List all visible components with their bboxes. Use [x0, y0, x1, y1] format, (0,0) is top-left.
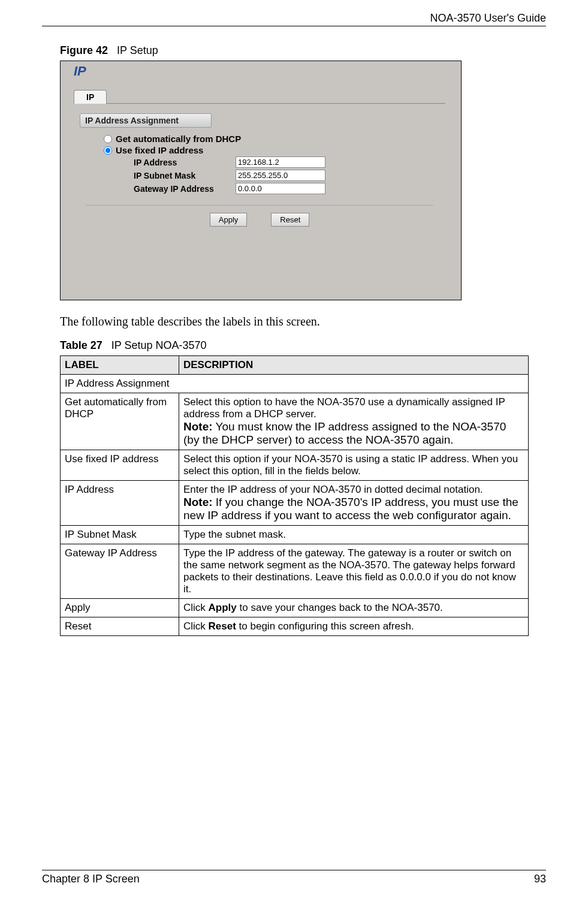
- subnet-mask-label: IP Subnet Mask: [134, 171, 236, 180]
- col-description-header: DESCRIPTION: [179, 356, 529, 375]
- row-label: IP Address: [61, 481, 179, 526]
- table-row: Get automatically from DHCP Select this …: [61, 393, 529, 450]
- radio-fixed-label: Use fixed IP address: [116, 145, 203, 155]
- table-row: Use fixed IP address Select this option …: [61, 450, 529, 481]
- group-ip-address-assignment: IP Address Assignment: [80, 113, 212, 128]
- dhcp-desc-text: Select this option to have the NOA-3570 …: [183, 396, 505, 420]
- reset-button[interactable]: Reset: [271, 213, 309, 227]
- radio-dhcp[interactable]: [104, 135, 112, 143]
- radio-fixed[interactable]: [104, 146, 112, 155]
- intro-paragraph: The following table describes the labels…: [60, 315, 540, 329]
- table-title: IP Setup NOA-3570: [111, 339, 207, 351]
- ip-address-input[interactable]: [236, 156, 325, 168]
- apply-button[interactable]: Apply: [210, 213, 248, 227]
- apply-desc-pre: Click: [183, 602, 209, 613]
- col-label-header: LABEL: [61, 356, 179, 375]
- dhcp-note-text: You must know the IP address assigned to…: [183, 420, 506, 446]
- table-row: Gateway IP Address Type the IP address o…: [61, 544, 529, 599]
- row-desc: Select this option to have the NOA-3570 …: [179, 393, 529, 450]
- apply-desc-post: to save your changes back to the NOA-357…: [237, 602, 443, 613]
- reset-desc-pre: Click: [183, 620, 209, 632]
- tab-ip[interactable]: IP: [74, 90, 107, 104]
- ip-note-text: If you change the NOA-3570's IP address,…: [183, 496, 518, 522]
- row-label: Apply: [61, 599, 179, 617]
- row-desc: Enter the IP address of your NOA-3570 in…: [179, 481, 529, 526]
- ip-address-label: IP Address: [134, 158, 236, 167]
- note-label: Note:: [183, 496, 213, 508]
- row-label: IP Subnet Mask: [61, 526, 179, 544]
- row-label: Gateway IP Address: [61, 544, 179, 599]
- gateway-ip-input[interactable]: [236, 183, 325, 194]
- figure-title: IP Setup: [117, 44, 158, 56]
- section-row: IP Address Assignment: [61, 375, 529, 393]
- footer-chapter: Chapter 8 IP Screen: [42, 873, 140, 885]
- page-header: NOA-3570 User's Guide: [42, 12, 546, 26]
- table-row: IP Address Enter the IP address of your …: [61, 481, 529, 526]
- table-row: Apply Click Apply to save your changes b…: [61, 599, 529, 617]
- note-label: Note:: [183, 420, 213, 433]
- reset-desc-bold: Reset: [209, 620, 236, 632]
- row-label: Use fixed IP address: [61, 450, 179, 481]
- row-desc: Type the IP address of the gateway. The …: [179, 544, 529, 599]
- gateway-ip-label: Gateway IP Address: [134, 184, 236, 194]
- row-desc: Type the subnet mask.: [179, 526, 529, 544]
- footer-page-number: 93: [534, 873, 546, 885]
- row-label: Get automatically from DHCP: [61, 393, 179, 450]
- table-row: Reset Click Reset to begin configuring t…: [61, 617, 529, 636]
- table-row: IP Subnet Mask Type the subnet mask.: [61, 526, 529, 544]
- figure-number: Figure 42: [60, 44, 108, 56]
- ip-desc-text: Enter the IP address of your NOA-3570 in…: [183, 484, 483, 495]
- row-label: Reset: [61, 617, 179, 636]
- row-desc: Click Apply to save your changes back to…: [179, 599, 529, 617]
- apply-desc-bold: Apply: [209, 602, 237, 613]
- divider: [86, 205, 433, 206]
- table-number: Table 27: [60, 339, 102, 351]
- row-desc: Click Reset to begin configuring this sc…: [179, 617, 529, 636]
- page-footer: Chapter 8 IP Screen 93: [42, 870, 546, 885]
- figure-caption: Figure 42 IP Setup: [60, 44, 540, 57]
- description-table: LABEL DESCRIPTION IP Address Assignment …: [60, 355, 529, 636]
- guide-title: NOA-3570 User's Guide: [430, 12, 546, 24]
- subnet-mask-input[interactable]: [236, 170, 325, 181]
- table-caption: Table 27 IP Setup NOA-3570: [60, 339, 540, 352]
- screen-title: IP: [60, 61, 461, 79]
- row-desc: Select this option if your NOA-3570 is u…: [179, 450, 529, 481]
- reset-desc-post: to begin configuring this screen afresh.: [236, 620, 414, 632]
- radio-dhcp-label: Get automatically from DHCP: [116, 134, 241, 144]
- figure-screenshot: IP IP IP Address Assignment Get automati…: [60, 61, 462, 300]
